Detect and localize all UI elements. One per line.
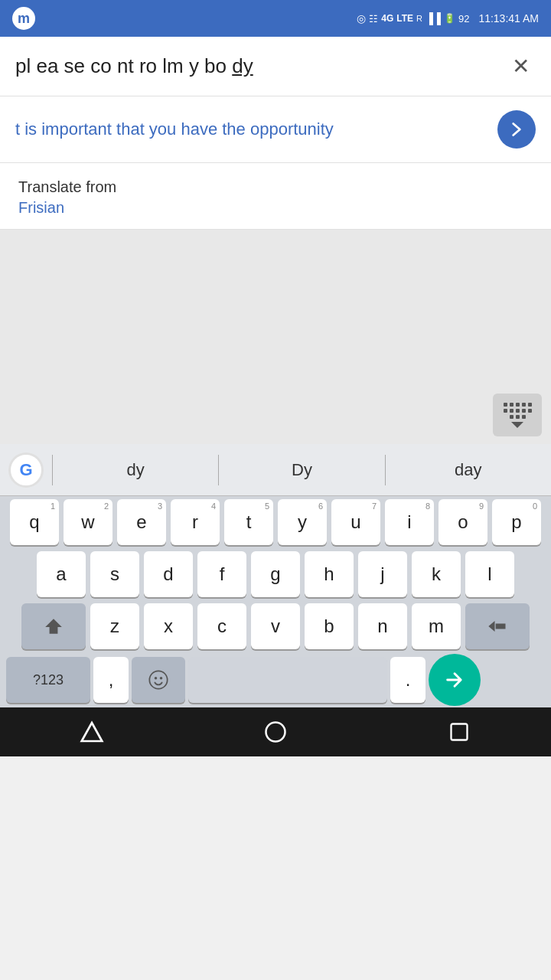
key-e[interactable]: 3e — [117, 499, 166, 545]
key-i[interactable]: 8i — [385, 499, 434, 545]
status-right: ◎ ☷ 4G LTE R ▐▐ 🔋 92 11:13:41 AM — [357, 12, 539, 24]
translate-from-label: Translate from — [18, 178, 533, 196]
key-m[interactable]: m — [412, 603, 461, 649]
key-y[interactable]: 6y — [278, 499, 327, 545]
svg-point-2 — [160, 677, 163, 680]
key-n[interactable]: n — [358, 603, 407, 649]
shift-icon — [44, 616, 64, 636]
suggestion-word-2[interactable]: Dy — [219, 460, 384, 480]
gray-area — [0, 230, 551, 444]
keyboard-row-1: 1q 2w 3e 4r 5t 6y 7u 8i 9o 0p — [0, 496, 551, 548]
status-bar: m ◎ ☷ 4G LTE R ▐▐ 🔋 92 11:13:41 AM — [0, 0, 551, 37]
keyboard-toggle-button[interactable] — [493, 394, 542, 436]
arrow-right-icon — [507, 119, 527, 139]
key-w[interactable]: 2w — [64, 499, 112, 545]
key-g[interactable]: g — [251, 551, 300, 597]
translate-from-language[interactable]: Frisian — [18, 199, 64, 216]
backspace-key[interactable] — [465, 603, 530, 649]
vibrate-icon: ☷ — [369, 13, 378, 24]
keyboard-row-2: a s d f g h j k l — [0, 548, 551, 600]
suggestion-text[interactable]: t is important that you have the opportu… — [15, 119, 497, 139]
signal-r-icon: R — [416, 14, 422, 23]
signal-bars-icon: ▐▐ — [425, 12, 441, 24]
keyboard-icon — [504, 403, 532, 419]
enter-arrow-icon — [444, 669, 465, 691]
key-k[interactable]: k — [412, 551, 461, 597]
key-l[interactable]: l — [465, 551, 514, 597]
key-c[interactable]: c — [197, 603, 246, 649]
home-button[interactable] — [253, 709, 298, 755]
key-d[interactable]: d — [144, 551, 193, 597]
key-z[interactable]: z — [90, 603, 139, 649]
enter-key[interactable] — [429, 654, 481, 706]
svg-point-4 — [266, 723, 285, 742]
app-logo: m — [12, 7, 35, 30]
app-icon: m — [12, 7, 35, 30]
key-u[interactable]: 7u — [331, 499, 380, 545]
search-input-text[interactable]: pl ea se co nt ro lm y bo dy — [15, 54, 506, 78]
key-p[interactable]: 0p — [492, 499, 541, 545]
keyboard-row-3: z x c v b n m — [0, 600, 551, 652]
suggestion-arrow-button[interactable] — [497, 110, 536, 149]
key-x[interactable]: x — [144, 603, 193, 649]
translate-from-section: Translate from Frisian — [0, 163, 551, 230]
svg-point-1 — [155, 677, 158, 680]
status-time: 11:13:41 AM — [478, 12, 539, 24]
keyboard-collapse-icon — [511, 422, 523, 428]
back-icon — [80, 720, 104, 744]
key-q[interactable]: 1q — [10, 499, 59, 545]
wifi-icon: ◎ — [357, 12, 366, 24]
back-button[interactable] — [69, 709, 115, 755]
status-icons: ◎ ☷ 4G LTE R ▐▐ 🔋 92 — [357, 12, 469, 24]
key-b[interactable]: b — [305, 603, 354, 649]
emoji-icon — [148, 669, 169, 691]
search-underlined: dy — [232, 54, 253, 77]
lte-icon: LTE — [396, 13, 413, 24]
translation-suggestion: t is important that you have the opportu… — [0, 96, 551, 163]
emoji-key[interactable] — [132, 657, 185, 703]
key-o[interactable]: 9o — [439, 499, 487, 545]
backspace-icon — [487, 618, 508, 635]
close-button[interactable]: ✕ — [506, 51, 536, 82]
svg-marker-3 — [82, 723, 103, 741]
period-key[interactable]: . — [390, 657, 425, 703]
symbols-key[interactable]: ?123 — [6, 657, 90, 703]
key-f[interactable]: f — [197, 551, 246, 597]
key-h[interactable]: h — [305, 551, 354, 597]
svg-rect-5 — [452, 724, 468, 740]
space-key[interactable] — [188, 657, 387, 703]
google-g-icon: G — [8, 452, 44, 488]
keyboard-bottom-row: ?123 , . — [0, 652, 551, 707]
shift-key[interactable] — [21, 603, 86, 649]
battery-level: 92 — [458, 13, 469, 24]
network-4g-icon: 4G — [381, 13, 393, 24]
key-a[interactable]: a — [37, 551, 86, 597]
search-bar: pl ea se co nt ro lm y bo dy ✕ — [0, 37, 551, 96]
key-r[interactable]: 4r — [171, 499, 220, 545]
google-logo: G — [0, 444, 52, 496]
word-suggestions-row: G dy Dy day — [0, 444, 551, 496]
key-t[interactable]: 5t — [224, 499, 273, 545]
svg-point-0 — [149, 671, 167, 688]
recents-button[interactable] — [436, 709, 482, 755]
battery-icon: 🔋 — [444, 13, 455, 24]
navigation-bar — [0, 707, 551, 756]
comma-key[interactable]: , — [93, 657, 129, 703]
keyboard: G dy Dy day 1q 2w 3e 4r 5t 6y 7u 8i 9o 0… — [0, 444, 551, 707]
recents-icon — [448, 721, 470, 743]
home-icon — [264, 720, 287, 743]
suggestion-word-1[interactable]: dy — [53, 460, 218, 480]
key-s[interactable]: s — [90, 551, 139, 597]
key-v[interactable]: v — [251, 603, 300, 649]
key-j[interactable]: j — [358, 551, 407, 597]
suggestion-word-3[interactable]: day — [386, 460, 551, 480]
